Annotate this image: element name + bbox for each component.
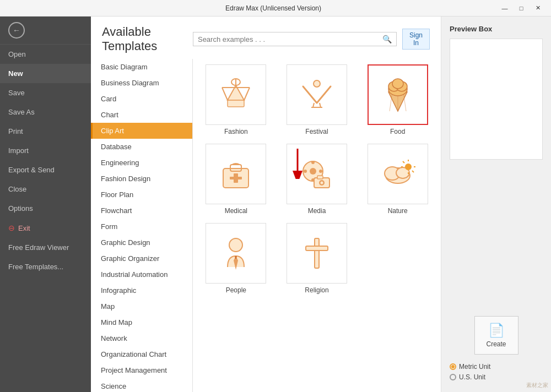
window-title: Edraw Max (Unlicensed Version) [50, 4, 497, 12]
maximize-button[interactable]: □ [514, 2, 529, 14]
template-item-people[interactable]: People [201, 223, 271, 294]
sidebar-back-button[interactable]: ← [0, 17, 91, 45]
template-item-festival[interactable]: Festival [282, 64, 352, 135]
template-item-religion[interactable]: Religion [282, 223, 352, 294]
sidebar-item-options[interactable]: Options [0, 199, 91, 218]
category-graphic-organizer[interactable]: Graphic Organizer [91, 251, 192, 266]
main-layout: ← Open New Save Save As Print Import Exp… [0, 17, 551, 392]
template-img-religion [287, 223, 347, 284]
template-img-nature [368, 144, 428, 204]
svg-point-36 [405, 164, 412, 170]
svg-rect-22 [230, 177, 242, 179]
search-input[interactable] [198, 35, 382, 43]
sidebar-item-export-send[interactable]: Export & Send [0, 160, 91, 179]
title-bar: Edraw Max (Unlicensed Version) — □ ✕ [0, 0, 551, 17]
template-item-fashion[interactable]: Fashion [201, 64, 271, 135]
template-img-food [368, 64, 428, 125]
svg-line-42 [412, 171, 414, 172]
us-unit-label: U.S. Unit [459, 373, 485, 381]
category-map[interactable]: Map [91, 298, 192, 314]
category-infographic[interactable]: Infographic [91, 282, 192, 298]
template-header: Available Templates 🔍 Sign In [91, 17, 441, 59]
category-basic-diagram[interactable]: Basic Diagram [91, 59, 192, 75]
template-img-fashion [206, 64, 266, 125]
svg-point-28 [319, 170, 322, 173]
template-item-food[interactable]: Food [363, 64, 433, 135]
svg-point-32 [320, 182, 323, 184]
svg-rect-47 [306, 246, 328, 251]
template-grid: Fashion [201, 64, 433, 294]
sidebar-item-close[interactable]: Close [0, 179, 91, 199]
template-item-media[interactable]: Media [282, 144, 352, 215]
template-item-nature[interactable]: Nature [363, 144, 433, 215]
category-list: Basic Diagram Business Diagram Card Char… [91, 59, 193, 392]
template-label-nature: Nature [388, 207, 408, 215]
svg-rect-46 [315, 238, 319, 268]
exit-icon: ⊖ [8, 224, 15, 232]
template-title: Available Templates [102, 25, 193, 53]
sidebar-item-import[interactable]: Import [0, 141, 91, 160]
template-item-medical[interactable]: Medical [201, 144, 271, 215]
close-button[interactable]: ✕ [530, 2, 545, 14]
svg-rect-30 [317, 176, 323, 179]
us-unit-radio[interactable] [450, 374, 456, 380]
category-fashion-design[interactable]: Fashion Design [91, 171, 192, 187]
back-icon: ← [8, 22, 25, 39]
metric-unit-option[interactable]: Metric Unit [450, 363, 543, 371]
preview-box [450, 39, 543, 160]
svg-point-43 [229, 238, 242, 252]
sidebar-item-free-templates[interactable]: Free Templates... [0, 257, 91, 276]
metric-unit-label: Metric Unit [459, 363, 490, 371]
svg-line-41 [403, 161, 404, 163]
template-grid-container: Fashion [193, 59, 441, 392]
category-project-mgmt[interactable]: Project Management [91, 362, 192, 378]
template-label-people: People [226, 286, 246, 294]
sidebar-item-print[interactable]: Print [0, 122, 91, 141]
category-org-chart[interactable]: Organizational Chart [91, 346, 192, 362]
category-science[interactable]: Science [91, 378, 192, 392]
category-form[interactable]: Form [91, 219, 192, 235]
category-floor-plan[interactable]: Floor Plan [91, 187, 192, 203]
category-database[interactable]: Database [91, 139, 192, 155]
category-engineering[interactable]: Engineering [91, 155, 192, 171]
category-graphic-design[interactable]: Graphic Design [91, 235, 192, 251]
template-label-medical: Medical [225, 207, 247, 215]
svg-line-3 [222, 88, 228, 100]
category-chart[interactable]: Chart [91, 107, 192, 123]
create-button[interactable]: 📄 Create [474, 316, 518, 355]
svg-line-4 [244, 88, 250, 100]
signin-button[interactable]: Sign In [402, 29, 430, 50]
template-section: Available Templates 🔍 Sign In Basic Diag… [91, 17, 441, 392]
create-label: Create [486, 340, 506, 348]
template-label-food: Food [390, 128, 405, 135]
sidebar: ← Open New Save Save As Print Import Exp… [0, 17, 91, 392]
create-btn-area: 📄 Create [450, 316, 543, 355]
category-mind-map[interactable]: Mind Map [91, 314, 192, 330]
preview-title: Preview Box [450, 25, 543, 33]
category-card[interactable]: Card [91, 91, 192, 107]
category-flowchart[interactable]: Flowchart [91, 203, 192, 219]
template-img-people [206, 223, 266, 284]
category-network[interactable]: Network [91, 330, 192, 346]
sidebar-item-exit[interactable]: ⊖Exit [0, 218, 91, 238]
us-unit-option[interactable]: U.S. Unit [450, 373, 543, 381]
sidebar-item-save[interactable]: Save [0, 83, 91, 102]
sidebar-item-save-as[interactable]: Save As [0, 102, 91, 122]
svg-line-9 [313, 103, 314, 107]
svg-point-25 [311, 161, 315, 164]
svg-line-10 [320, 103, 321, 107]
svg-rect-6 [228, 100, 244, 107]
window-controls[interactable]: — □ ✕ [497, 2, 545, 14]
sidebar-item-new[interactable]: New [0, 64, 91, 83]
sidebar-item-open[interactable]: Open [0, 45, 91, 64]
category-business-diagram[interactable]: Business Diagram [91, 75, 192, 91]
sidebar-item-free-viewer[interactable]: Free Edraw Viewer [0, 238, 91, 257]
svg-point-7 [314, 80, 320, 87]
category-clip-art[interactable]: Clip Art [91, 123, 192, 139]
search-box[interactable]: 🔍 [193, 32, 397, 46]
metric-unit-radio[interactable] [450, 363, 456, 370]
template-label-media: Media [308, 207, 326, 215]
minimize-button[interactable]: — [497, 2, 512, 14]
template-label-festival: Festival [305, 128, 328, 135]
category-industrial-automation[interactable]: Industrial Automation [91, 266, 192, 282]
